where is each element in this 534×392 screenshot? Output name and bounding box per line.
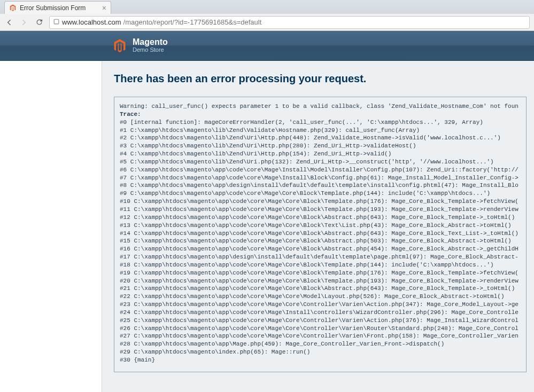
trace-line: #1 C:\xampp\htdocs\magento\lib\Zend\Vali… — [120, 127, 521, 135]
trace-line: #22 C:\xampp\htdocs\magento\app\code\cor… — [120, 293, 521, 301]
trace-line: #20 C:\xampp\htdocs\magento\app\code\cor… — [120, 277, 521, 285]
trace-line: #15 C:\xampp\htdocs\magento\app\code\cor… — [120, 237, 521, 245]
left-gutter — [0, 31, 102, 392]
url-host: www.localhost.com — [62, 18, 121, 26]
trace-line: #6 C:\xampp\htdocs\magento\app\code\core… — [120, 166, 521, 174]
browser-toolbar: www.localhost.com/magento/report/?id=-17… — [0, 14, 534, 31]
trace-line: #23 C:\xampp\htdocs\magento\app\code\cor… — [120, 301, 521, 309]
trace-line: #16 C:\xampp\htdocs\magento\app\code\cor… — [120, 245, 521, 253]
tab-close-icon[interactable]: × — [102, 4, 106, 12]
magento-favicon-icon — [9, 4, 17, 12]
trace-line: #17 C:\xampp\htdocs\magento\app\design\i… — [120, 253, 521, 261]
url-path: /magento/report/?id=-1775691685&s=defaul… — [123, 18, 262, 26]
content: There has been an error processing your … — [102, 61, 534, 392]
trace-line: #19 C:\xampp\htdocs\magento\app\code\cor… — [120, 269, 521, 277]
svg-rect-0 — [54, 19, 59, 24]
tab-title: Error Submission Form — [20, 4, 86, 12]
trace-line: #7 C:\xampp\htdocs\magento\app\code\core… — [120, 174, 521, 182]
trace-line: #24 C:\xampp\htdocs\magento\app\code\cor… — [120, 309, 521, 317]
trace-line: #28 C:\xampp\htdocs\magento\app\Mage.php… — [120, 340, 521, 348]
brand-text: Magento Demo Store — [133, 38, 168, 53]
trace-viewport[interactable]: Warning: call_user_func() expects parame… — [120, 103, 521, 366]
trace-line: Warning: call_user_func() expects parame… — [120, 103, 521, 111]
trace-line: #5 C:\xampp\htdocs\magento\lib\Zend\Uri.… — [120, 158, 521, 166]
page-title: There has been an error processing your … — [114, 73, 527, 85]
forward-button[interactable] — [19, 18, 29, 27]
trace-line: #27 C:\xampp\htdocs\magento\app\code\cor… — [120, 332, 521, 340]
magento-logo-icon — [112, 38, 127, 53]
brand-subtitle: Demo Store — [133, 47, 168, 53]
trace-line: Trace: — [120, 111, 521, 119]
trace-line: #21 C:\xampp\htdocs\magento\app\code\cor… — [120, 285, 521, 293]
trace-line: #0 [internal function]: mageCoreErrorHan… — [120, 119, 521, 127]
reload-button[interactable] — [34, 18, 44, 27]
url-bar[interactable]: www.localhost.com/magento/report/?id=-17… — [49, 16, 530, 29]
trace-line: #14 C:\xampp\htdocs\magento\app\code\cor… — [120, 230, 521, 238]
browser-tab[interactable]: Error Submission Form × — [4, 1, 111, 14]
site-header: Magento Demo Store — [0, 31, 534, 61]
trace-line: #11 C:\xampp\htdocs\magento\app\code\cor… — [120, 206, 521, 214]
trace-line: #9 C:\xampp\htdocs\magento\app\code\core… — [120, 190, 521, 198]
trace-line: #26 C:\xampp\htdocs\magento\app\code\cor… — [120, 325, 521, 333]
trace-line: #13 C:\xampp\htdocs\magento\app\code\cor… — [120, 222, 521, 230]
trace-line: #25 C:\xampp\htdocs\magento\app\code\cor… — [120, 317, 521, 325]
trace-line: #10 C:\xampp\htdocs\magento\app\code\cor… — [120, 198, 521, 206]
brand-title: Magento — [133, 38, 168, 47]
tab-bar: Error Submission Form × — [0, 0, 534, 14]
trace-line: #12 C:\xampp\htdocs\magento\app\code\cor… — [120, 214, 521, 222]
trace-line: #18 C:\xampp\htdocs\magento\app\code\cor… — [120, 261, 521, 269]
trace-line: #2 C:\xampp\htdocs\magento\lib\Zend\Uri\… — [120, 134, 521, 142]
trace-line: #8 C:\xampp\htdocs\magento\app\design\in… — [120, 182, 521, 190]
trace-line: #3 C:\xampp\htdocs\magento\lib\Zend\Uri\… — [120, 142, 521, 150]
browser-chrome: Error Submission Form × www.localhost.co… — [0, 0, 534, 31]
error-trace-box: Warning: call_user_func() expects parame… — [114, 97, 527, 372]
site-info-icon[interactable] — [53, 18, 60, 27]
trace-line: #30 {main} — [120, 356, 521, 364]
back-button[interactable] — [4, 18, 14, 27]
trace-line: #29 C:\xampp\htdocs\magento\index.php(65… — [120, 348, 521, 356]
trace-line: #4 C:\xampp\htdocs\magento\lib\Zend\Uri\… — [120, 150, 521, 158]
